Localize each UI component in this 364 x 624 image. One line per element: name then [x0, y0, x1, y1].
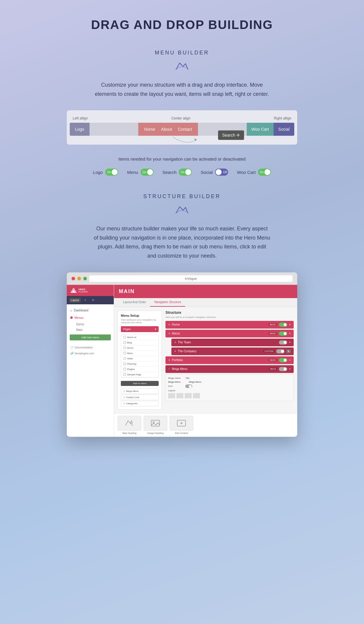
toggle-logo-label: Logo — [93, 170, 103, 175]
struct-item-team[interactable]: + The Team + — [171, 339, 294, 346]
sidebar-link-website[interactable]: 🔗 heroplugins.com — [67, 350, 114, 356]
struct-item-mega[interactable]: − Mega Menu MEGA + — [165, 365, 294, 373]
sidebar-nav-menus[interactable]: Menus — [67, 314, 114, 321]
tab-nav-structure[interactable]: Navigation Structure — [150, 298, 185, 307]
sidebar-tab-layout[interactable]: Layout — [69, 298, 81, 303]
titlebar-minimize-dot[interactable] — [77, 277, 81, 280]
toggle-woocart: Woo Cart On — [237, 169, 271, 176]
main-content-area: Menu Setup Start adding to your navigati… — [114, 307, 297, 413]
checkbox-blog[interactable] — [124, 341, 126, 344]
list-item[interactable]: About us — [121, 335, 158, 340]
sidebar-tab-edit[interactable]: ✎ — [82, 298, 88, 303]
struct-item-portfolio[interactable]: + Portfolio BASIC + — [165, 356, 294, 364]
toggles-note: Items needed for your navigation can be … — [67, 156, 297, 161]
list-item[interactable]: Sample Page — [121, 372, 158, 377]
drag-arrow-icon — [167, 134, 203, 146]
sidebar-nav: ⌂ Dashboard Menus Demo Main Add new menu — [67, 304, 114, 345]
home-toggle[interactable] — [279, 323, 287, 327]
extra-link-categories[interactable]: + Categories — [121, 401, 159, 406]
toggles-row: Logo On Menu On Search On Social — [67, 169, 297, 176]
checkbox-planning[interactable] — [124, 363, 126, 365]
portfolio-badge: BASIC — [269, 359, 277, 361]
layout-btn-2[interactable] — [176, 393, 183, 398]
menu-toggle[interactable]: On — [141, 169, 154, 176]
checkbox-slider[interactable] — [124, 357, 126, 360]
structure-desc: Here you will do a complete navigation s… — [165, 316, 294, 319]
layout-btn-3[interactable] — [185, 393, 192, 398]
social-toggle[interactable]: Off — [215, 169, 228, 176]
struct-item-company[interactable]: + The Company CUSTOM 🖱 — [171, 347, 294, 355]
svg-marker-3 — [130, 420, 133, 423]
menu-builder-visual: Left allign Center align Right allign Lo… — [67, 110, 297, 145]
sidebar-logo-plugins: PLUGINS — [79, 291, 88, 293]
app-mockup: InVogue HERO PLUGINS — [67, 272, 297, 437]
list-item[interactable]: Blog — [121, 340, 158, 345]
app-main-title: MAIN — [119, 288, 135, 295]
icon-toggle[interactable] — [185, 384, 192, 388]
woocart-toggle[interactable]: On — [258, 169, 271, 176]
pages-dropdown[interactable]: Pages ▾ — [121, 326, 159, 332]
portfolio-toggle[interactable] — [279, 358, 287, 362]
sidebar-sub-demo[interactable]: Demo — [73, 321, 114, 327]
search-drag-item[interactable]: Search ✛ — [218, 130, 244, 140]
about-toggle[interactable] — [279, 332, 287, 336]
struct-item-home[interactable]: + Home BASIC + — [165, 321, 294, 329]
app-body: HERO PLUGINS Layout ✎ ⚙ ⌂ Dashboard — [67, 285, 297, 437]
sidebar-tab-settings[interactable]: ⚙ — [90, 298, 96, 303]
titlebar-maximize-dot[interactable] — [83, 277, 87, 280]
menu-builder-icon — [67, 61, 297, 73]
checkbox-sample[interactable] — [124, 373, 126, 376]
list-item[interactable]: Plugins — [121, 367, 158, 372]
add-content-label: Add Content — [170, 432, 193, 434]
checkbox-plugins[interactable] — [124, 368, 126, 370]
structure-title: Structure — [165, 311, 294, 315]
company-badge: CUSTOM — [263, 350, 274, 353]
menus-active-dot — [70, 316, 73, 319]
tab-layout-order[interactable]: Layout And Order — [119, 298, 150, 307]
home-badge: BASIC — [269, 323, 277, 326]
list-item[interactable]: Demo — [121, 345, 158, 351]
add-new-menu-button[interactable]: Add new menu — [70, 334, 111, 340]
add-content-icon — [177, 419, 186, 427]
struct-item-about[interactable]: + About BASIC + — [165, 330, 294, 337]
extra-link-custom[interactable]: + Custom Link — [121, 395, 159, 400]
nav-left-spacer — [90, 123, 138, 136]
mega-title-label: Title — [185, 377, 200, 379]
sidebar-sub-main[interactable]: Main — [73, 327, 114, 333]
team-toggle[interactable] — [279, 340, 287, 345]
checkbox-menu[interactable] — [124, 352, 126, 354]
list-item[interactable]: Slider — [121, 356, 158, 361]
mega-toggle[interactable] — [279, 367, 287, 371]
mega-name-value: Mega Menu — [168, 381, 181, 383]
layout-btn-4[interactable] — [193, 393, 200, 398]
mega-title-value: Mega Menu — [189, 381, 201, 383]
checkbox-about[interactable] — [124, 336, 126, 338]
nav-social: Social — [274, 123, 294, 136]
sidebar-link-docs[interactable]: 📄 Documentation — [67, 345, 114, 350]
sidebar-logo-hero: HERO — [79, 288, 88, 291]
titlebar-close-dot[interactable] — [72, 277, 75, 280]
toggle-search: Search On — [162, 169, 192, 176]
extra-links: + Mega Menu + Custom Link + Categories — [121, 388, 159, 406]
checkbox-demo[interactable] — [124, 347, 126, 349]
list-item[interactable]: Planning — [121, 361, 158, 367]
nav-home: Home — [144, 127, 155, 132]
add-to-menu-button[interactable]: Add to menu — [121, 381, 159, 386]
sidebar-logo: HERO PLUGINS — [67, 285, 114, 296]
mega-name-row: Mega name Title — [168, 377, 291, 379]
sidebar-nav-dashboard[interactable]: ⌂ Dashboard — [67, 307, 114, 314]
nav-contact: Contact — [178, 127, 192, 132]
search-toggle[interactable]: On — [179, 169, 192, 176]
pages-dropdown-arrow: ▾ — [155, 328, 156, 331]
list-item[interactable]: Menu — [121, 351, 158, 356]
page-title: DRAG AND DROP BUILDING — [67, 18, 297, 32]
mega-values-row: Mega Menu Mega Menu — [168, 381, 291, 383]
map-icon — [125, 419, 134, 427]
app-main-header: MAIN — [114, 285, 297, 298]
pages-dropdown-label: Pages — [123, 328, 131, 331]
structure-builder-icon — [67, 204, 297, 217]
logo-toggle[interactable]: On — [105, 169, 118, 176]
layout-btn-1[interactable] — [168, 393, 175, 398]
extra-link-mega[interactable]: + Mega Menu — [121, 388, 159, 394]
company-toggle[interactable] — [276, 349, 285, 353]
